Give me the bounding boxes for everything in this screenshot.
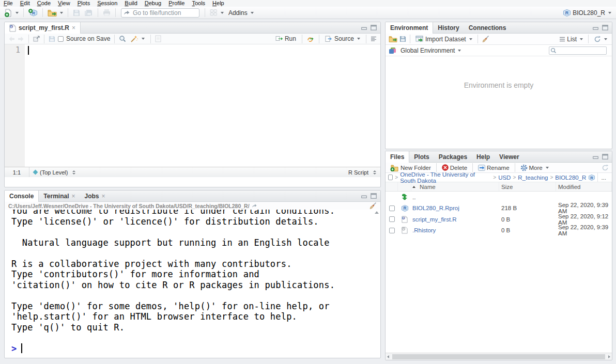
minimize-pane-icon[interactable] xyxy=(592,154,599,160)
tab-connections[interactable]: Connections xyxy=(464,22,511,33)
tab-packages[interactable]: Packages xyxy=(434,151,472,162)
horizontal-scrollbar[interactable] xyxy=(386,353,612,360)
file-checkbox[interactable] xyxy=(389,216,395,222)
save-workspace-icon[interactable] xyxy=(399,36,406,42)
clear-environment-icon[interactable] xyxy=(482,35,489,43)
rerun-icon[interactable] xyxy=(306,36,315,42)
load-workspace-icon[interactable] xyxy=(389,36,397,42)
save-button[interactable] xyxy=(71,8,82,18)
tab-terminal-close-icon[interactable]: × xyxy=(71,194,75,199)
scroll-up-icon[interactable] xyxy=(375,211,379,214)
tab-environment[interactable]: Environment xyxy=(386,22,433,34)
back-icon[interactable] xyxy=(8,36,15,42)
clear-console-icon[interactable] xyxy=(369,202,377,210)
file-name-link[interactable]: script_my_first.R xyxy=(412,216,457,223)
project-selector[interactable]: R BIOL280_R xyxy=(561,8,613,18)
menu-code[interactable]: Code xyxy=(34,0,54,7)
maximize-pane-icon[interactable] xyxy=(371,193,377,199)
tab-jobs-close-icon[interactable]: × xyxy=(102,194,105,199)
menu-file[interactable]: File xyxy=(0,0,17,7)
panes-layout-button[interactable] xyxy=(208,8,225,17)
minimize-pane-icon[interactable] xyxy=(361,193,367,199)
menu-plots[interactable]: Plots xyxy=(74,0,94,7)
file-row-script[interactable]: R script_my_first.R 0 B Sep 22, 2020, 9:… xyxy=(386,214,612,225)
breadcrumb-r-teaching[interactable]: R_teaching xyxy=(518,175,548,181)
tab-terminal[interactable]: Terminal × xyxy=(39,191,80,201)
save-doc-icon[interactable] xyxy=(49,36,55,42)
tab-plots[interactable]: Plots xyxy=(409,151,434,162)
forward-icon[interactable] xyxy=(18,36,24,42)
source-button[interactable]: Source xyxy=(324,34,362,43)
save-all-button[interactable] xyxy=(83,8,95,18)
tab-files[interactable]: Files xyxy=(386,151,409,163)
environment-search-input[interactable] xyxy=(549,46,607,55)
column-header-size[interactable]: Size xyxy=(499,182,556,191)
scroll-right-icon[interactable] xyxy=(608,355,610,358)
run-button[interactable]: Run xyxy=(274,34,298,43)
code-editor[interactable]: 1 xyxy=(5,44,380,167)
list-view-button[interactable]: List xyxy=(558,35,584,44)
menu-view[interactable]: View xyxy=(54,0,74,7)
tab-help[interactable]: Help xyxy=(472,151,495,162)
goto-directory-icon[interactable] xyxy=(252,203,257,208)
column-header-modified[interactable]: Modified xyxy=(556,182,612,191)
minimize-pane-icon[interactable] xyxy=(592,25,599,30)
goto-file-input[interactable] xyxy=(121,8,199,18)
rename-button[interactable]: Rename xyxy=(476,164,511,172)
tab-script-my-first[interactable]: R script_my_first.R × xyxy=(5,22,81,34)
document-outline-icon[interactable] xyxy=(371,36,377,42)
refresh-environment-button[interactable] xyxy=(592,35,609,44)
file-type-selector[interactable]: R Script xyxy=(344,169,380,176)
new-project-button[interactable]: R xyxy=(27,8,39,18)
scope-selector[interactable]: (Top Level) xyxy=(29,169,75,176)
addins-button[interactable]: Addins xyxy=(227,8,255,18)
breadcrumb-onedrive[interactable]: OneDrive - The University of South Dakot… xyxy=(400,171,491,184)
open-file-button[interactable] xyxy=(46,8,65,18)
menu-debug[interactable]: Debug xyxy=(141,0,165,7)
tab-terminal-label: Terminal xyxy=(43,193,69,200)
parent-directory-row[interactable]: .. xyxy=(386,192,612,203)
popout-icon[interactable] xyxy=(33,36,40,42)
import-dataset-button[interactable]: Import Dataset xyxy=(414,35,474,44)
new-file-button[interactable] xyxy=(3,8,20,18)
tab-console[interactable]: Console xyxy=(5,191,39,202)
tab-close-icon[interactable]: × xyxy=(72,25,75,30)
file-row-rproj[interactable]: R BIOL280_R.Rproj 218 B Sep 22, 2020, 9:… xyxy=(386,203,612,214)
menu-edit[interactable]: Edit xyxy=(17,0,34,7)
maximize-pane-icon[interactable] xyxy=(602,25,608,30)
minimize-pane-icon[interactable] xyxy=(361,25,367,30)
console-output[interactable]: You are welcome to redistribute it under… xyxy=(5,210,380,358)
file-checkbox[interactable] xyxy=(389,228,395,233)
tab-viewer[interactable]: Viewer xyxy=(495,151,523,162)
console-prompt-row[interactable]: > xyxy=(11,343,380,354)
code-tools-button[interactable] xyxy=(129,34,146,44)
compile-report-icon[interactable] xyxy=(155,35,161,42)
tab-history[interactable]: History xyxy=(433,22,464,33)
find-icon[interactable] xyxy=(119,35,126,42)
menu-help[interactable]: Help xyxy=(209,0,228,7)
print-button[interactable] xyxy=(101,8,112,17)
refresh-files-icon[interactable] xyxy=(602,164,609,171)
menu-session[interactable]: Session xyxy=(94,0,121,7)
breadcrumb-biol280-r[interactable]: BIOL280_R xyxy=(555,175,586,181)
select-all-checkbox[interactable] xyxy=(388,175,393,180)
environment-scope-selector[interactable]: Global Environment xyxy=(399,46,463,55)
file-name-link[interactable]: .Rhistory xyxy=(412,227,436,233)
menu-build[interactable]: Build xyxy=(121,0,141,7)
breadcrumb-more-button[interactable]: ... xyxy=(597,173,609,182)
maximize-pane-icon[interactable] xyxy=(371,25,377,30)
file-row-rhistory[interactable]: .Rhistory 0 B Sep 22, 2020, 9:39 AM xyxy=(386,225,612,236)
file-name-link[interactable]: BIOL280_R.Rproj xyxy=(412,205,459,211)
more-button[interactable]: More xyxy=(519,163,550,172)
breadcrumb-usd[interactable]: USD xyxy=(498,175,511,181)
tab-jobs[interactable]: Jobs × xyxy=(80,191,110,201)
delete-button[interactable]: Delete xyxy=(440,163,469,172)
column-header-name[interactable]: Name xyxy=(411,182,499,191)
scrollbar-thumb[interactable] xyxy=(392,354,605,359)
maximize-pane-icon[interactable] xyxy=(602,154,608,160)
menu-tools[interactable]: Tools xyxy=(188,0,209,7)
file-checkbox[interactable] xyxy=(389,205,395,211)
source-on-save-checkbox[interactable] xyxy=(58,36,64,42)
menu-profile[interactable]: Profile xyxy=(165,0,188,7)
scroll-left-icon[interactable] xyxy=(387,355,389,358)
